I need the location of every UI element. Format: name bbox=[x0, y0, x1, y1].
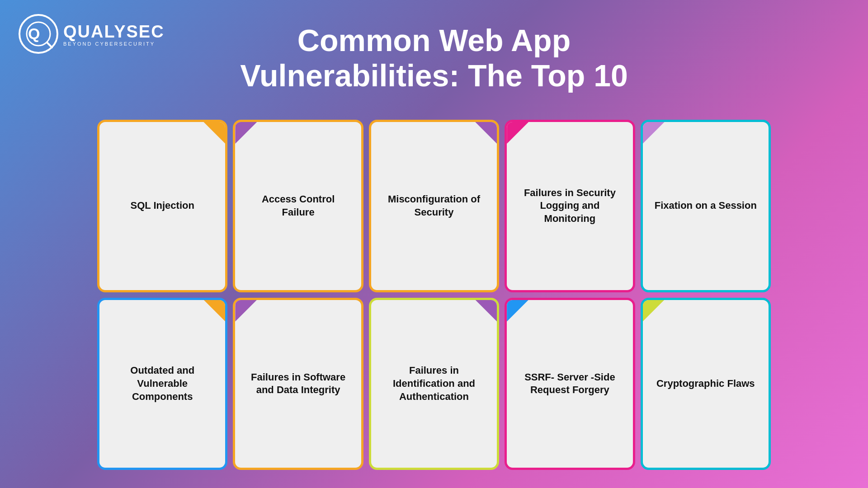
title-line2: Vulnerabilities: The Top 10 bbox=[240, 58, 628, 93]
card-cell-4: Failures in Security Logging and Monitor… bbox=[505, 120, 635, 292]
card-cell-3: Misconfiguration of Security bbox=[369, 120, 499, 292]
card-label-4: Failures in Security Logging and Monitor… bbox=[516, 187, 623, 225]
card-cell-10: Cryptographic Flaws bbox=[641, 298, 771, 470]
card-label-7: Failures in Software and Data Integrity bbox=[244, 371, 352, 397]
title-line1: Common Web App bbox=[297, 23, 571, 57]
card-cell-7: Failures in Software and Data Integrity bbox=[233, 298, 363, 470]
card-label-8: Failures in Identification and Authentic… bbox=[380, 364, 488, 403]
card-cell-2: Access Control Failure bbox=[233, 120, 363, 292]
card-cell-9: SSRF- Server -Side Request Forgery bbox=[505, 298, 635, 470]
card-label-3: Misconfiguration of Security bbox=[380, 193, 488, 219]
card-label-1: SQL Injection bbox=[131, 199, 194, 212]
page-title: Common Web App Vulnerabilities: The Top … bbox=[0, 23, 868, 93]
card-label-10: Cryptographic Flaws bbox=[656, 377, 755, 390]
vulnerabilities-grid: SQL Injection Access Control Failure Mis… bbox=[97, 120, 771, 470]
card-label-5: Fixation on a Session bbox=[655, 199, 757, 212]
card-cell-6: Outdated and Vulnerable Components bbox=[97, 298, 227, 470]
card-cell-8: Failures in Identification and Authentic… bbox=[369, 298, 499, 470]
card-cell-5: Fixation on a Session bbox=[641, 120, 771, 292]
card-cell-1: SQL Injection bbox=[97, 120, 227, 292]
card-label-9: SSRF- Server -Side Request Forgery bbox=[516, 371, 623, 397]
card-label-6: Outdated and Vulnerable Components bbox=[108, 364, 216, 403]
card-label-2: Access Control Failure bbox=[244, 193, 352, 219]
